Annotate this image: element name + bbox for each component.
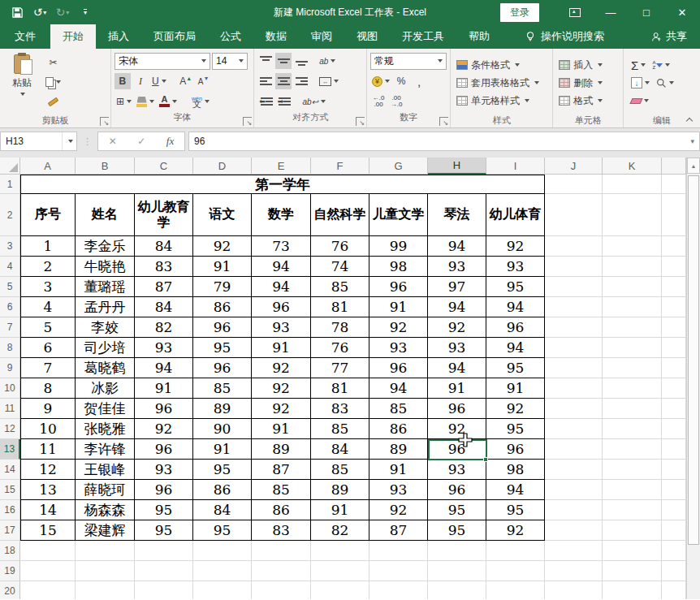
empty-cell[interactable]	[545, 257, 603, 277]
data-cell[interactable]: 92	[252, 399, 311, 419]
empty-cell[interactable]	[662, 236, 686, 257]
data-cell[interactable]: 91	[193, 257, 252, 277]
data-cell[interactable]: 81	[311, 297, 369, 317]
minimize-button[interactable]: —	[593, 0, 629, 24]
tab-数据[interactable]: 数据	[253, 24, 299, 49]
data-cell[interactable]: 94	[135, 358, 193, 378]
column-header-E[interactable]: E	[252, 158, 311, 175]
data-cell[interactable]: 87	[135, 277, 193, 297]
fill-handle[interactable]	[483, 457, 488, 462]
decrease-decimal-button[interactable]: .00 →.0	[388, 93, 404, 110]
empty-cell[interactable]	[603, 378, 662, 399]
find-select-button[interactable]	[655, 75, 676, 91]
borders-button[interactable]: ⊞	[115, 93, 133, 110]
data-cell[interactable]: 92	[252, 358, 311, 378]
data-cell[interactable]: 95	[193, 338, 252, 358]
data-cell[interactable]: 冰影	[76, 378, 135, 399]
data-cell[interactable]: 贺佳佳	[76, 399, 135, 419]
scrollbar-thumb[interactable]	[688, 175, 699, 545]
data-cell[interactable]: 张晓雅	[76, 419, 135, 439]
insert-cells-button[interactable]: 插入	[556, 57, 620, 73]
empty-cell[interactable]	[603, 439, 662, 460]
row-header-5[interactable]: 5	[0, 277, 20, 297]
data-cell[interactable]: 96	[486, 317, 545, 338]
data-cell[interactable]: 司少培	[76, 338, 135, 358]
conditional-formatting-button[interactable]: 条件格式	[454, 57, 549, 73]
empty-cell[interactable]	[428, 541, 486, 561]
empty-cell[interactable]	[662, 500, 686, 520]
data-cell[interactable]: 91	[252, 419, 311, 439]
increase-indent-button[interactable]: ➡	[276, 93, 293, 110]
empty-cell[interactable]	[603, 338, 662, 358]
data-cell[interactable]: 94	[486, 297, 545, 317]
data-cell[interactable]: 93	[252, 317, 311, 338]
empty-cell[interactable]	[545, 419, 603, 439]
insert-function-button[interactable]: fx	[166, 135, 174, 148]
redo-button[interactable]: ↻▾	[52, 2, 73, 22]
data-cell[interactable]: 86	[252, 500, 311, 520]
empty-cell[interactable]	[20, 541, 76, 561]
data-cell[interactable]: 15	[20, 520, 76, 541]
format-painter-button[interactable]	[44, 93, 63, 110]
data-cell[interactable]: 85	[311, 419, 369, 439]
shrink-font-button[interactable]: A▼	[196, 73, 212, 89]
data-cell[interactable]: 8	[20, 378, 76, 399]
empty-cell[interactable]	[193, 581, 252, 599]
empty-cell[interactable]	[369, 581, 428, 599]
data-cell[interactable]: 92	[193, 236, 252, 257]
data-cell[interactable]: 99	[369, 236, 428, 257]
empty-cell[interactable]	[662, 317, 686, 338]
data-cell[interactable]: 96	[135, 399, 193, 419]
data-cell[interactable]: 杨森森	[76, 500, 135, 520]
data-cell[interactable]: 12	[20, 460, 76, 480]
empty-cell[interactable]	[603, 500, 662, 520]
empty-cell[interactable]	[603, 520, 662, 541]
merge-center-button[interactable]: ↔	[318, 73, 340, 89]
font-dialog-launcher[interactable]: ↘	[243, 117, 252, 126]
data-cell[interactable]: 96	[193, 317, 252, 338]
empty-cell[interactable]	[662, 277, 686, 297]
data-cell[interactable]: 89	[369, 439, 428, 460]
data-cell[interactable]: 89	[252, 439, 311, 460]
data-cell[interactable]: 89	[311, 480, 369, 500]
empty-cell[interactable]	[135, 581, 193, 599]
data-cell[interactable]: 92	[369, 317, 428, 338]
column-header-B[interactable]: B	[76, 158, 135, 175]
row-header-8[interactable]: 8	[0, 338, 20, 358]
data-cell[interactable]: 96	[428, 480, 486, 500]
data-cell[interactable]: 78	[311, 317, 369, 338]
header-cell[interactable]: 琴法	[428, 194, 486, 236]
empty-cell[interactable]	[662, 439, 686, 460]
maximize-button[interactable]: □	[629, 0, 664, 24]
data-cell[interactable]: 94	[486, 338, 545, 358]
alignment-dialog-launcher[interactable]: ↘	[356, 117, 365, 126]
increase-decimal-button[interactable]: ←.0 .00	[370, 93, 387, 110]
empty-cell[interactable]	[311, 561, 369, 581]
middle-align-button[interactable]	[275, 53, 292, 69]
column-header-J[interactable]: J	[545, 158, 603, 175]
data-cell[interactable]: 91	[135, 378, 193, 399]
empty-cell[interactable]	[662, 581, 686, 599]
italic-button[interactable]: I	[132, 73, 149, 89]
data-cell[interactable]: 85	[252, 480, 311, 500]
expand-formula-bar-icon[interactable]: ▾	[690, 137, 694, 145]
phonetic-guide-button[interactable]: wén文	[190, 93, 211, 110]
data-cell[interactable]: 李许锋	[76, 439, 135, 460]
data-cell[interactable]: 11	[20, 439, 76, 460]
empty-cell[interactable]	[486, 581, 545, 599]
data-cell[interactable]: 96	[193, 358, 252, 378]
tab-开始[interactable]: 开始	[50, 24, 96, 49]
row-header-9[interactable]: 9	[0, 358, 20, 378]
empty-cell[interactable]	[193, 561, 252, 581]
close-button[interactable]: ✕	[664, 0, 700, 24]
empty-cell[interactable]	[545, 520, 603, 541]
collapse-ribbon-button[interactable]	[685, 116, 694, 124]
empty-cell[interactable]	[662, 399, 686, 419]
column-header-A[interactable]: A	[20, 158, 76, 175]
empty-cell[interactable]	[76, 581, 135, 599]
data-cell[interactable]: 85	[369, 399, 428, 419]
empty-cell[interactable]	[486, 561, 545, 581]
empty-cell[interactable]	[603, 460, 662, 480]
wrap-text-button[interactable]: ab↩	[300, 93, 327, 110]
data-cell[interactable]: 76	[311, 236, 369, 257]
